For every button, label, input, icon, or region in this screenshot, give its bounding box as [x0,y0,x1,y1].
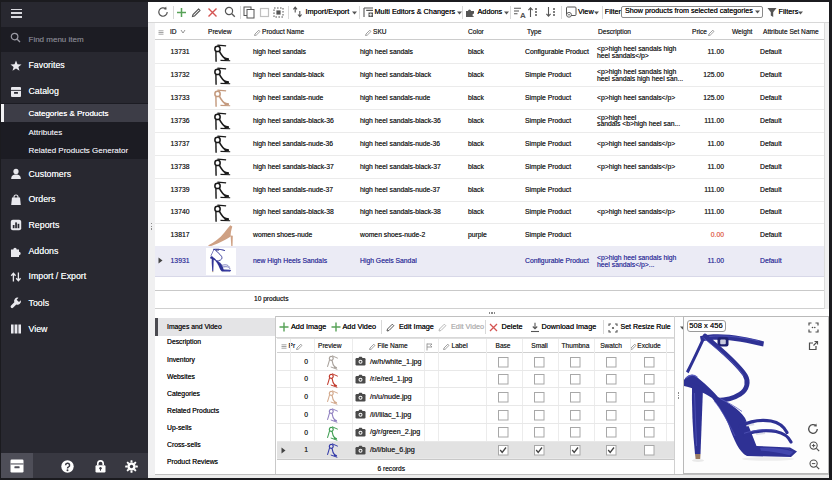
svg-text:A: A [520,11,526,20]
